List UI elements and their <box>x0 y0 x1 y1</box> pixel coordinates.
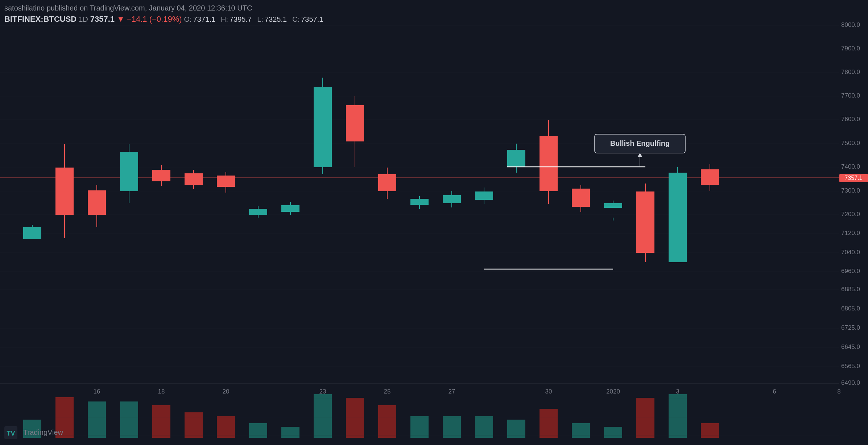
vol-bar <box>443 416 461 438</box>
svg-text:8000.0: 8000.0 <box>841 21 860 28</box>
main-chart-svg: 8000.0 7900.0 7800.0 7700.0 7600.0 7500.… <box>0 0 868 445</box>
chart-container: satoshilatino published on TradingView.c… <box>0 0 868 445</box>
svg-text:6725.0: 6725.0 <box>841 324 860 331</box>
svg-text:7040.0: 7040.0 <box>841 249 860 256</box>
svg-text:7120.0: 7120.0 <box>841 230 860 236</box>
svg-text:6645.0: 6645.0 <box>841 343 860 350</box>
vol-bar <box>572 423 590 438</box>
svg-rect-52 <box>23 227 41 239</box>
svg-rect-77 <box>281 205 299 212</box>
svg-text:6805.0: 6805.0 <box>841 305 860 312</box>
svg-rect-92 <box>443 195 461 203</box>
svg-text:20: 20 <box>223 388 230 395</box>
annotation-arrow <box>637 153 642 157</box>
svg-text:3: 3 <box>676 388 679 395</box>
svg-rect-86 <box>378 174 396 191</box>
vol-bar <box>540 409 558 438</box>
svg-rect-62 <box>120 152 138 191</box>
svg-rect-83 <box>346 105 364 141</box>
svg-text:7800.0: 7800.0 <box>841 69 860 75</box>
annotation-label: Bullish Engulfing <box>610 139 670 147</box>
vol-bar <box>604 427 622 438</box>
svg-text:7500.0: 7500.0 <box>841 140 860 147</box>
vol-bar <box>120 401 138 438</box>
svg-text:7900.0: 7900.0 <box>841 45 860 52</box>
svg-rect-80 <box>314 87 332 167</box>
vol-bar <box>475 416 493 438</box>
svg-text:16: 16 <box>94 388 100 395</box>
svg-rect-101 <box>540 136 558 191</box>
vol-bar <box>669 394 687 438</box>
svg-rect-65 <box>152 170 170 181</box>
svg-text:23: 23 <box>319 388 326 395</box>
svg-text:6960.0: 6960.0 <box>841 268 860 275</box>
svg-rect-59 <box>88 190 106 215</box>
svg-rect-104 <box>572 189 590 207</box>
svg-rect-111 <box>636 191 654 253</box>
vol-bar <box>88 401 106 438</box>
x-axis-labels: 16 18 20 23 25 27 30 2020 3 6 8 <box>94 388 841 395</box>
svg-text:25: 25 <box>384 388 391 395</box>
vol-bar <box>281 427 299 438</box>
svg-text:27: 27 <box>449 388 455 395</box>
svg-rect-68 <box>185 173 203 185</box>
y-axis-labels: 8000.0 7900.0 7800.0 7700.0 7600.0 7500.… <box>839 21 868 386</box>
svg-text:6: 6 <box>773 388 776 395</box>
svg-rect-95 <box>475 191 493 200</box>
svg-text:7200.0: 7200.0 <box>841 211 860 218</box>
svg-rect-117 <box>701 169 719 185</box>
svg-text:6490.0: 6490.0 <box>841 379 860 386</box>
svg-text:7700.0: 7700.0 <box>841 92 860 99</box>
svg-rect-74 <box>249 209 267 215</box>
svg-text:6565.0: 6565.0 <box>841 363 860 370</box>
svg-text:6885.0: 6885.0 <box>841 286 860 293</box>
svg-rect-98 <box>507 150 525 167</box>
svg-text:2020: 2020 <box>606 388 620 395</box>
vol-bar <box>378 405 396 438</box>
svg-rect-107 <box>604 203 622 207</box>
vol-bar <box>701 423 719 438</box>
vol-bar <box>185 412 203 438</box>
vol-bar <box>636 398 654 438</box>
svg-text:TradingView: TradingView <box>23 428 63 436</box>
vol-bar <box>410 416 429 438</box>
svg-text:18: 18 <box>158 388 165 395</box>
svg-text:7600.0: 7600.0 <box>841 116 860 123</box>
svg-rect-89 <box>410 199 429 205</box>
svg-rect-56 <box>55 168 74 215</box>
svg-rect-71 <box>217 176 235 187</box>
svg-text:8: 8 <box>837 388 840 395</box>
svg-text:7400.0: 7400.0 <box>841 163 860 170</box>
vol-bar <box>152 405 170 438</box>
svg-text:7300.0: 7300.0 <box>841 187 860 194</box>
svg-text:TV: TV <box>7 430 15 437</box>
vol-bar <box>346 398 364 438</box>
vol-bar <box>249 423 267 438</box>
svg-text:30: 30 <box>545 388 552 395</box>
vol-bar <box>217 416 235 438</box>
svg-rect-114 <box>669 173 687 262</box>
vol-bar <box>507 420 525 438</box>
svg-text:7357.1: 7357.1 <box>845 175 863 181</box>
vol-bar <box>314 394 332 438</box>
